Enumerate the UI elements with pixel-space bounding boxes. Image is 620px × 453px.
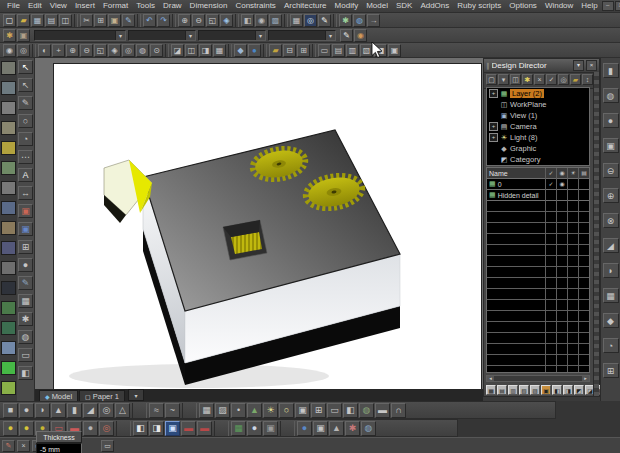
- wedge-icon[interactable]: ◢: [83, 403, 98, 418]
- cube-white2-icon[interactable]: ◨: [149, 421, 164, 436]
- sphere-gold-icon[interactable]: ●: [3, 421, 18, 436]
- exit-icon[interactable]: →: [367, 14, 380, 27]
- zoom-extents-icon[interactable]: ◈: [108, 44, 121, 57]
- delete-mark-icon[interactable]: ×: [17, 440, 30, 452]
- redo-icon[interactable]: ↷: [157, 14, 170, 27]
- separator[interactable]: [228, 44, 232, 57]
- render-cell[interactable]: [556, 190, 567, 200]
- menu-item[interactable]: Draw: [159, 0, 186, 12]
- tab-model[interactable]: ◆ Model: [39, 390, 78, 401]
- cone-icon[interactable]: ▲: [51, 403, 66, 418]
- dd-columns-icon[interactable]: ◫: [510, 74, 521, 85]
- knife-icon[interactable]: ✱: [345, 421, 360, 436]
- menu-item[interactable]: AddOns: [416, 0, 453, 12]
- menu-item[interactable]: File: [3, 0, 24, 12]
- zoom-extents-icon[interactable]: ◈: [220, 14, 233, 27]
- layer-combo[interactable]: ▾: [34, 30, 126, 41]
- dd-active-set-icon[interactable]: ▣: [541, 385, 551, 395]
- expander-icon[interactable]: +: [489, 122, 498, 131]
- menu-item[interactable]: View: [46, 0, 71, 12]
- separator[interactable]: [132, 403, 147, 418]
- view-front-icon[interactable]: ◨: [199, 44, 212, 57]
- drawing-canvas[interactable]: ◆ Model ▢ Paper 1 ▾: [35, 58, 483, 401]
- scroll-right-icon[interactable]: ▸: [582, 376, 589, 381]
- tree-item-light[interactable]: + ☀ Light (8): [487, 132, 589, 143]
- pyramid-icon[interactable]: △: [115, 403, 130, 418]
- circle-tool-icon[interactable]: ○: [18, 114, 33, 128]
- library-panel-icon[interactable]: ▧: [360, 44, 373, 57]
- menu-item[interactable]: Constraints: [231, 0, 279, 12]
- edit-select-icon[interactable]: ↖: [18, 78, 33, 92]
- blocks-panel-icon[interactable]: ▥: [346, 44, 359, 57]
- tree-item-layer[interactable]: + ▦ Layer (2): [487, 88, 589, 99]
- plane-tool-icon[interactable]: ▭: [18, 348, 33, 362]
- sketch-pen-icon[interactable]: ✎: [318, 14, 331, 27]
- menu-item[interactable]: Modify: [331, 0, 363, 12]
- pen-edit-icon[interactable]: ✎: [340, 29, 353, 42]
- pen-tool-icon[interactable]: ✎: [18, 276, 33, 290]
- catalog-thumb[interactable]: [1, 241, 16, 255]
- catalog-thumb[interactable]: [1, 221, 16, 235]
- mixed-icon[interactable]: ▦: [231, 421, 246, 436]
- point-tool-icon[interactable]: ⋯: [18, 150, 33, 164]
- tree-item-graphic[interactable]: ◆ Graphic: [487, 143, 589, 154]
- separator[interactable]: [165, 44, 169, 57]
- line-weight-combo[interactable]: ▾: [268, 30, 336, 41]
- dd-copy-layer-icon[interactable]: ▤: [497, 385, 507, 395]
- extrude-solid-icon[interactable]: ◧: [343, 403, 358, 418]
- table-icon[interactable]: ▦: [199, 403, 214, 418]
- zoom-in-icon[interactable]: ⊕: [66, 44, 79, 57]
- gray-box-icon[interactable]: ▣: [263, 421, 278, 436]
- sphere-3d-icon[interactable]: ●: [603, 113, 619, 128]
- expander-icon[interactable]: [489, 144, 498, 153]
- tab-paper-1[interactable]: ▢ Paper 1: [79, 390, 125, 401]
- visible-column-icon[interactable]: ✓: [545, 168, 556, 178]
- render-cell[interactable]: ◉: [556, 179, 567, 189]
- surface-icon[interactable]: ◆: [603, 313, 619, 328]
- ellipse-red-icon[interactable]: ◎: [99, 421, 114, 436]
- paste-icon[interactable]: ▣: [108, 14, 121, 27]
- menu-item[interactable]: Ruby scripts: [453, 0, 505, 12]
- calc-panel-icon[interactable]: ◨: [374, 44, 387, 57]
- catalog-thumb[interactable]: [1, 61, 16, 75]
- zoom-out-icon[interactable]: ⊖: [192, 14, 205, 27]
- sphere-gray-icon[interactable]: ●: [83, 421, 98, 436]
- menu-item[interactable]: Dimension: [186, 0, 232, 12]
- separator[interactable]: [312, 44, 316, 57]
- open-drawing-icon[interactable]: ▰: [269, 44, 282, 57]
- ucs-icon[interactable]: ◆: [234, 44, 247, 57]
- minimize-button[interactable]: –: [602, 1, 614, 11]
- look-icon[interactable]: ⊙: [150, 44, 163, 57]
- sweep-icon[interactable]: ◔: [603, 338, 619, 353]
- spline-icon[interactable]: ~: [165, 403, 180, 418]
- catalog-thumb[interactable]: [1, 161, 16, 175]
- layers-panel-icon[interactable]: ▤: [332, 44, 345, 57]
- menu-item[interactable]: Insert: [71, 0, 99, 12]
- layer-table-hscrollbar[interactable]: ◂ ▸: [486, 375, 590, 382]
- sphere-gold2-icon[interactable]: ●: [19, 421, 34, 436]
- cube-tool-icon[interactable]: ◧: [18, 366, 33, 380]
- slice-icon[interactable]: ◢: [603, 238, 619, 253]
- view-iso-icon[interactable]: ◪: [171, 44, 184, 57]
- catalog-thumb[interactable]: [1, 281, 16, 295]
- dimension-tool-icon[interactable]: ↔: [18, 186, 33, 200]
- close-icon[interactable]: ×: [586, 60, 597, 71]
- dd-up-icon[interactable]: ▧: [519, 385, 529, 395]
- look-at-icon[interactable]: ◉: [255, 14, 268, 27]
- layer-row-0[interactable]: ▦0 ✓ ◉: [487, 179, 589, 190]
- catalog-thumb[interactable]: [1, 141, 16, 155]
- scroll-left-icon[interactable]: ◂: [487, 376, 494, 381]
- select-overlap-icon[interactable]: ◎: [17, 44, 30, 57]
- box-light-icon[interactable]: ▣: [313, 421, 328, 436]
- menu-item[interactable]: Tools: [132, 0, 159, 12]
- expander-icon[interactable]: [489, 100, 498, 109]
- pan-icon[interactable]: +: [52, 44, 65, 57]
- separator[interactable]: [137, 14, 141, 27]
- mesh-tool-icon[interactable]: ▦: [18, 294, 33, 308]
- selected-tool-icon[interactable]: ▣: [165, 421, 180, 436]
- subtract-icon[interactable]: ⊖: [603, 163, 619, 178]
- sketch-icon[interactable]: ✎: [18, 96, 33, 110]
- hatch-icon[interactable]: ▨: [215, 403, 230, 418]
- settings-gear-icon[interactable]: ✱: [3, 29, 16, 42]
- catalog-thumb[interactable]: [1, 121, 16, 135]
